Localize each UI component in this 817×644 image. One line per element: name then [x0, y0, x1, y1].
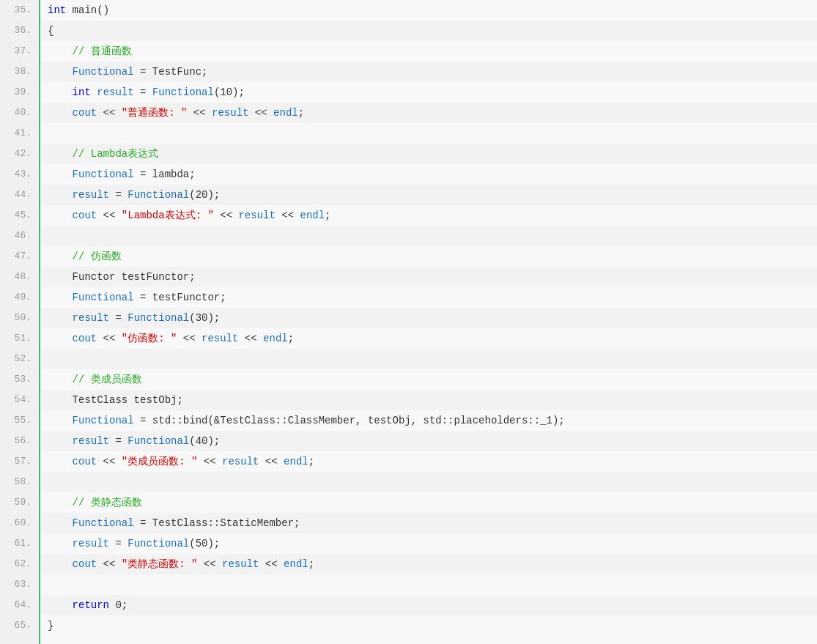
- line-number: 63.: [0, 574, 39, 595]
- code-token: endl: [284, 558, 308, 570]
- code-token: [48, 66, 73, 78]
- line-number: 61.: [0, 533, 39, 554]
- code-token: <<: [97, 558, 122, 570]
- code-token: result: [222, 558, 259, 570]
- line-number-gutter: 35.36.37.38.39.40.41.42.43.44.45.46.47.4…: [0, 0, 40, 644]
- code-token: (40);: [189, 435, 220, 447]
- code-token: "仿函数: ": [122, 333, 177, 344]
- line-number: 60.: [0, 513, 39, 533]
- code-token: <<: [177, 333, 202, 344]
- code-token: main(): [66, 4, 109, 16]
- code-line: TestClass testObj;: [40, 390, 817, 410]
- code-token: Functional: [127, 538, 189, 549]
- code-token: result: [202, 333, 238, 344]
- code-token: cout: [73, 558, 97, 570]
- code-token: [48, 312, 73, 324]
- code-line: Functional = TestFunc;: [40, 62, 817, 82]
- code-token: "普通函数: ": [122, 107, 188, 119]
- line-number: 39.: [0, 82, 39, 103]
- line-number: 65.: [0, 615, 39, 636]
- code-token: int: [48, 4, 66, 16]
- code-token: = std::bind(&TestClass::ClassMember, tes…: [134, 415, 565, 426]
- code-token: endl: [273, 107, 298, 119]
- code-content-area[interactable]: int main(){ // 普通函数 Functional = TestFun…: [40, 0, 817, 644]
- code-token: = lambda;: [134, 169, 196, 180]
- code-token: Functional: [127, 312, 189, 324]
- code-token: [48, 86, 73, 98]
- code-token: // 类成员函数: [73, 374, 142, 385]
- code-line: Functional = TestClass::StaticMember;: [40, 513, 817, 533]
- code-token: // 普通函数: [73, 45, 132, 57]
- code-line: // 普通函数: [40, 41, 817, 62]
- code-token: <<: [214, 210, 239, 221]
- code-token: Functional: [73, 169, 134, 180]
- code-token: [48, 558, 73, 570]
- code-token: result: [73, 435, 109, 447]
- code-token: ;: [308, 558, 314, 570]
- line-number: 53.: [0, 369, 39, 390]
- code-token: "类静态函数: ": [122, 558, 198, 570]
- line-number: 49.: [0, 287, 39, 308]
- code-token: (20);: [189, 189, 220, 201]
- line-number: 37.: [0, 41, 39, 62]
- line-number: 36.: [0, 21, 39, 41]
- code-line: [40, 123, 817, 144]
- line-number: 52.: [0, 349, 39, 369]
- line-number: 51.: [0, 328, 39, 349]
- code-line: Functional = testFunctor;: [40, 287, 817, 308]
- code-token: cout: [73, 456, 97, 467]
- code-token: endl: [263, 333, 288, 344]
- code-token: ;: [298, 107, 304, 119]
- code-token: ;: [288, 333, 294, 344]
- code-token: [48, 210, 73, 221]
- code-token: endl: [300, 210, 325, 221]
- line-number: 47.: [0, 246, 39, 267]
- code-token: Functor testFunctor;: [48, 271, 196, 283]
- code-token: return: [73, 599, 109, 611]
- code-token: =: [109, 189, 127, 201]
- code-editor: 35.36.37.38.39.40.41.42.43.44.45.46.47.4…: [0, 0, 817, 644]
- line-number: 62.: [0, 554, 39, 574]
- code-token: <<: [238, 333, 263, 344]
- code-token: = TestFunc;: [134, 66, 208, 78]
- code-token: endl: [284, 456, 308, 467]
- code-token: result: [238, 210, 275, 221]
- code-line: int main(): [40, 0, 817, 21]
- code-token: TestClass testObj;: [48, 394, 183, 406]
- code-line: Functional = std::bind(&TestClass::Class…: [40, 410, 817, 431]
- code-token: Functional: [127, 435, 189, 447]
- code-token: result: [212, 107, 248, 119]
- code-token: result: [222, 456, 259, 467]
- code-token: // 类静态函数: [73, 497, 142, 508]
- code-line: result = Functional(20);: [40, 185, 817, 205]
- code-token: [48, 169, 73, 180]
- line-number: 35.: [0, 0, 39, 21]
- code-token: "类成员函数: ": [122, 456, 198, 467]
- code-token: 0;: [109, 599, 127, 611]
- code-line: cout << "仿函数: " << result << endl;: [40, 328, 817, 349]
- line-number: 43.: [0, 164, 39, 185]
- code-token: }: [48, 620, 53, 632]
- line-number: 58.: [0, 472, 39, 492]
- line-number: 55.: [0, 410, 39, 431]
- line-number: 41.: [0, 123, 39, 144]
- code-line: [40, 226, 817, 246]
- code-token: [48, 497, 73, 508]
- code-token: Functional: [73, 66, 134, 78]
- code-line: cout << "普通函数: " << result << endl;: [40, 103, 817, 123]
- code-token: [48, 435, 73, 447]
- code-token: [48, 45, 73, 57]
- code-token: (50);: [189, 538, 220, 549]
- code-token: Functional: [127, 189, 189, 201]
- code-token: cout: [73, 210, 97, 221]
- code-token: [48, 148, 73, 160]
- code-token: <<: [276, 210, 300, 221]
- code-token: <<: [187, 107, 212, 119]
- code-token: cout: [73, 107, 97, 119]
- code-token: result: [73, 189, 109, 201]
- code-token: [48, 415, 73, 426]
- code-token: [48, 456, 73, 467]
- code-token: // 仿函数: [73, 251, 122, 262]
- code-line: result = Functional(30);: [40, 308, 817, 328]
- line-number: 64.: [0, 595, 39, 615]
